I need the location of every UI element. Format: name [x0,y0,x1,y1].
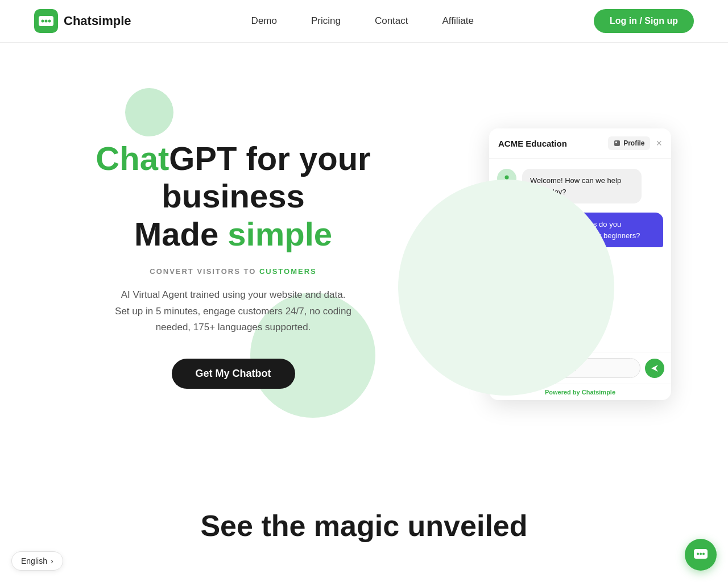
get-chatbot-button[interactable]: Get My Chatbot [172,359,295,389]
svg-point-17 [702,553,705,555]
hero-title-gpt: GPT for yourbusiness [162,140,370,215]
nav-link-demo[interactable]: Demo [251,15,277,27]
svg-point-4 [48,20,51,23]
hero-description: AI Virtual Agent trained using your webs… [80,287,387,336]
hero-subtitle: CONVERT VISITORS TO CUSTOMERS [80,267,387,276]
bottom-section: See the magic unveiled [0,486,728,554]
chat-header-actions: Profile × [608,136,662,150]
navbar: Chatsimple Demo Pricing Contact Affiliat… [0,0,728,43]
chat-widget-title: ACME Education [498,139,567,148]
hero-title-simple: simple [228,215,332,252]
hero-title-chat: Chat [96,140,169,177]
logo-text: Chatsimple [64,14,131,28]
bottom-title: See the magic unveiled [0,509,728,543]
nav-link-contact[interactable]: Contact [375,15,408,27]
svg-point-2 [42,20,44,23]
language-label: English [21,556,47,566]
hero-subtitle-customers: CUSTOMERS [259,267,317,276]
svg-rect-7 [615,142,617,143]
hero-title-made: Made [134,215,228,252]
floating-chat-button[interactable] [685,539,717,571]
nav-link-pricing[interactable]: Pricing [311,15,341,27]
login-signup-button[interactable]: Log in / Sign up [594,9,694,33]
logo-icon [34,9,58,33]
nav-link-affiliate[interactable]: Affiliate [442,15,474,27]
send-icon [650,364,659,373]
chat-header: ACME Education Profile × [489,128,671,159]
hero-section: ChatGPT for yourbusiness Made simple CON… [0,43,728,486]
svg-point-3 [45,20,48,23]
hero-content: ChatGPT for yourbusiness Made simple CON… [80,140,387,389]
powered-by-text: Powered by [545,389,582,396]
powered-by-brand: Chatsimple [582,389,615,396]
language-selector[interactable]: English › [11,551,63,571]
svg-point-15 [697,553,699,555]
hero-chat-area: ACME Education Profile × [466,128,671,400]
nav-links: Demo Pricing Contact Affiliate [251,15,474,27]
profile-icon [614,140,621,147]
chat-profile-button[interactable]: Profile [608,136,650,150]
language-chevron-icon: › [51,556,53,566]
svg-rect-6 [614,140,620,146]
svg-point-16 [700,553,702,555]
svg-point-9 [505,176,509,180]
floating-chat-icon [693,547,709,563]
hero-title: ChatGPT for yourbusiness Made simple [80,140,387,253]
hero-subtitle-static: CONVERT VISITORS TO [150,267,259,276]
chat-close-button[interactable]: × [656,138,662,148]
profile-btn-label: Profile [623,139,644,147]
logo[interactable]: Chatsimple [34,9,131,33]
bg-circle-decoration [398,180,614,396]
chat-send-button[interactable] [645,359,664,378]
